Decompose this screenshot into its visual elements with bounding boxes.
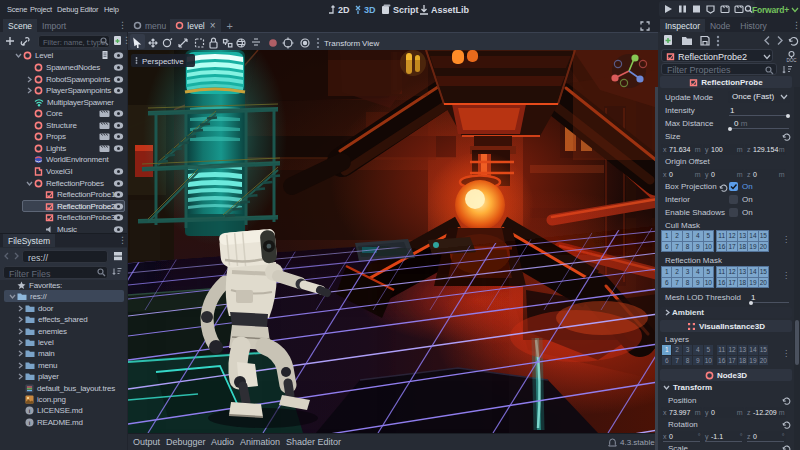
svg-text:2D: 2D — [338, 5, 350, 15]
svg-text:3D: 3D — [364, 5, 376, 15]
svg-text:DOC: DOC — [787, 58, 798, 63]
svg-text:View: View — [362, 39, 379, 48]
svg-text:Script: Script — [393, 5, 419, 15]
svg-text:Transform: Transform — [324, 39, 360, 48]
svg-text:AssetLib: AssetLib — [431, 5, 470, 15]
svg-text:Perspective: Perspective — [142, 57, 184, 66]
